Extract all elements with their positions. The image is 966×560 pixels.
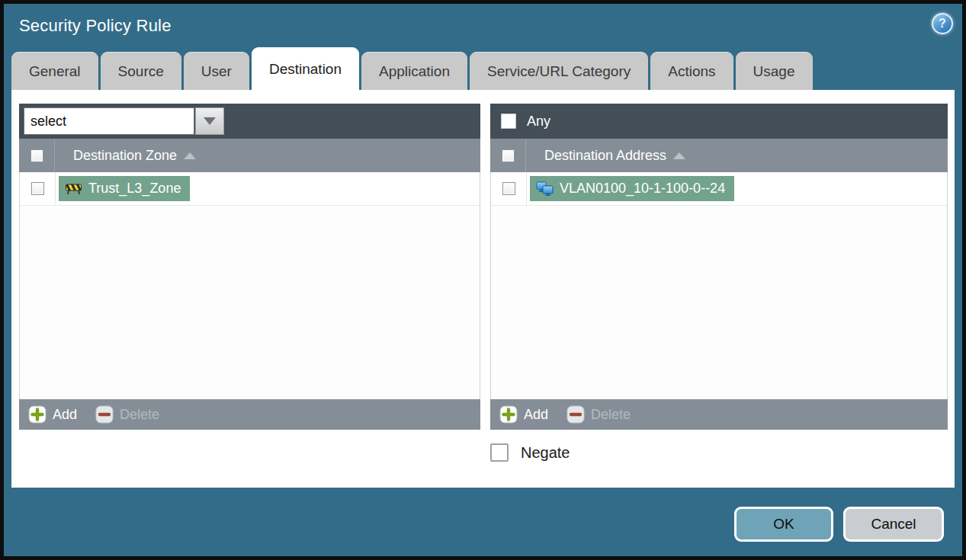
tab-label: General — [29, 63, 81, 80]
tab-usage[interactable]: Usage — [736, 52, 813, 90]
tab-destination[interactable]: Destination — [252, 47, 359, 90]
zone-entry[interactable]: Trust_L3_Zone — [59, 176, 190, 201]
tab-service-url-category[interactable]: Service/URL Category — [470, 52, 648, 90]
delete-icon — [95, 405, 114, 424]
zone-select-dropdown-button[interactable] — [195, 107, 224, 135]
address-row-checkbox[interactable] — [502, 182, 515, 195]
delete-button-label: Delete — [591, 407, 631, 423]
tab-label: Usage — [753, 63, 795, 80]
delete-button-label: Delete — [120, 407, 159, 423]
add-zone-button[interactable]: Add — [28, 405, 77, 424]
security-policy-rule-dialog: Security Policy Rule ? General Source Us… — [0, 0, 966, 560]
zone-table-body: Trust_L3_Zone — [19, 172, 480, 399]
destination-zone-panel: Destination Zone — [19, 104, 480, 430]
zone-select-combo — [24, 107, 224, 135]
tab-content-destination: Destination Zone — [11, 90, 955, 488]
delete-address-button[interactable]: Delete — [566, 405, 631, 424]
chevron-down-icon — [204, 117, 216, 125]
dialog-title: Security Policy Rule — [4, 4, 962, 36]
cancel-button[interactable]: Cancel — [843, 507, 944, 542]
sort-ascending-icon — [673, 152, 685, 159]
negate-checkbox[interactable] — [490, 443, 509, 462]
zone-icon — [65, 183, 82, 195]
add-icon — [499, 405, 518, 424]
address-column-header[interactable]: Destination Address — [544, 148, 666, 164]
delete-zone-button[interactable]: Delete — [95, 405, 159, 424]
zone-select-input[interactable] — [24, 107, 194, 135]
address-table-body: VLAN0100_10-1-100-0--24 — [490, 172, 948, 399]
ok-button[interactable]: OK — [734, 507, 833, 542]
zone-footer-toolbar: Add Delete — [19, 399, 480, 430]
tab-label: Actions — [668, 63, 715, 80]
tab-application[interactable]: Application — [361, 52, 467, 90]
help-icon[interactable]: ? — [932, 13, 953, 34]
zone-entry-label: Trust_L3_Zone — [88, 181, 181, 197]
tab-label: Application — [379, 63, 450, 80]
add-address-button[interactable]: Add — [499, 405, 548, 424]
address-entry[interactable]: VLAN0100_10-1-100-0--24 — [530, 176, 734, 201]
address-footer-toolbar: Add Delete — [490, 399, 948, 430]
tab-label: Source — [118, 63, 164, 80]
negate-row: Negate — [490, 443, 955, 462]
zone-select-all-checkbox[interactable] — [30, 149, 43, 162]
address-toolbar: Any — [490, 104, 948, 139]
add-icon — [28, 405, 47, 424]
tab-label: User — [201, 63, 232, 80]
delete-icon — [566, 405, 585, 424]
tab-actions[interactable]: Actions — [650, 52, 733, 90]
table-row[interactable]: VLAN0100_10-1-100-0--24 — [491, 172, 947, 206]
any-label: Any — [527, 114, 550, 130]
address-select-all-checkbox[interactable] — [502, 149, 515, 162]
address-entry-label: VLAN0100_10-1-100-0--24 — [560, 181, 725, 197]
zone-toolbar — [19, 104, 480, 139]
zone-table-header: Destination Zone — [19, 139, 480, 172]
add-button-label: Add — [524, 407, 548, 423]
tab-general[interactable]: General — [11, 52, 98, 90]
address-icon — [536, 181, 554, 196]
title-bar: Security Policy Rule ? — [4, 4, 962, 47]
tab-label: Destination — [269, 61, 342, 78]
destination-address-panel: Any Destination Address — [490, 104, 948, 430]
dialog-footer: OK Cancel — [4, 488, 962, 552]
address-table-header: Destination Address — [490, 139, 948, 172]
negate-label: Negate — [521, 444, 570, 462]
tab-user[interactable]: User — [184, 52, 249, 90]
zone-row-checkbox[interactable] — [31, 182, 44, 195]
tab-bar: General Source User Destination Applicat… — [4, 47, 962, 90]
zone-column-header[interactable]: Destination Zone — [73, 148, 177, 164]
sort-ascending-icon — [184, 152, 196, 159]
any-checkbox[interactable] — [501, 114, 516, 129]
tab-source[interactable]: Source — [101, 52, 181, 90]
table-row[interactable]: Trust_L3_Zone — [20, 172, 480, 206]
add-button-label: Add — [53, 407, 77, 423]
tab-label: Service/URL Category — [487, 63, 631, 80]
